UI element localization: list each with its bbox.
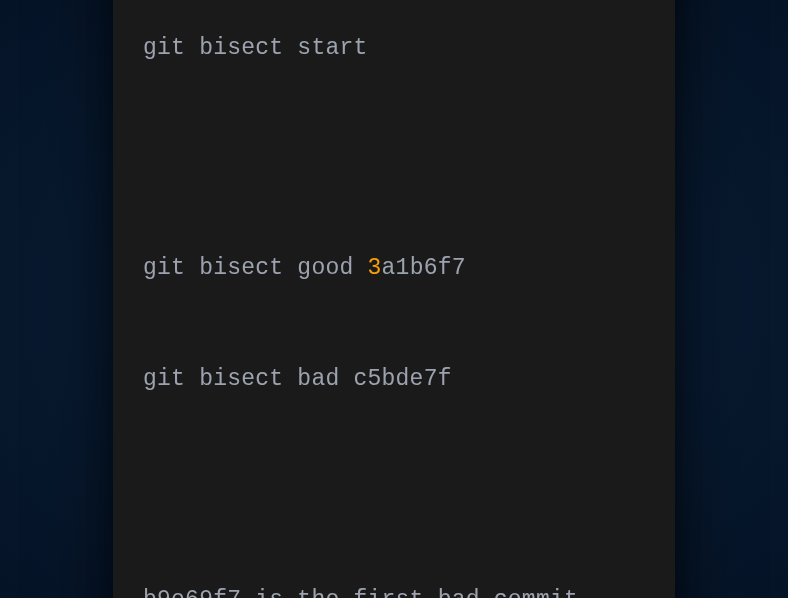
code-text: a1b6f7 <box>382 255 466 281</box>
code-line: b9e69f7 is the first bad commit <box>143 582 645 598</box>
code-text: git bisect good <box>143 255 368 281</box>
terminal-output: git bisect start git bisect good 3a1b6f7… <box>143 0 645 598</box>
terminal-window: git bisect start git bisect good 3a1b6f7… <box>113 0 675 598</box>
code-line: git bisect good 3a1b6f7 <box>143 250 645 287</box>
code-line: git bisect start <box>143 30 645 67</box>
highlighted-char: 3 <box>368 255 382 281</box>
blank-line <box>143 140 645 177</box>
blank-line <box>143 471 645 508</box>
code-line: git bisect bad c5bde7f <box>143 361 645 398</box>
